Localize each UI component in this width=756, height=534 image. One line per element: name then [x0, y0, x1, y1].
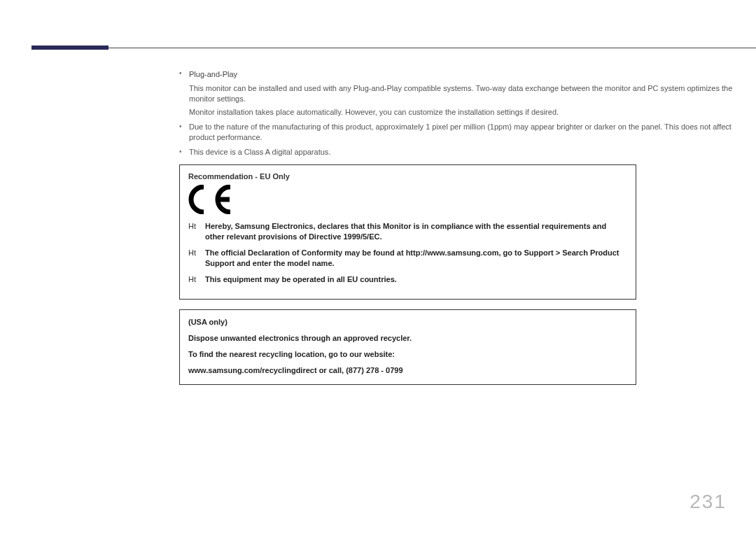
bullet-paragraph: Monitor installation takes place automat…	[189, 107, 756, 118]
svg-rect-0	[218, 197, 230, 202]
page-number: 231	[690, 491, 727, 513]
page-content: Plug-and-Play This monitor can be instal…	[179, 69, 756, 385]
list-marker: Ht	[188, 221, 205, 242]
list-text: The official Declaration of Conformity m…	[205, 248, 627, 269]
bullet-paragraph: This monitor can be installed and used w…	[189, 83, 756, 104]
list-item: Ht Hereby, Samsung Electronics, declares…	[188, 221, 627, 242]
usa-recycling-box: (USA only) Dispose unwanted electronics …	[179, 309, 636, 385]
usa-box-line: Dispose unwanted electronics through an …	[188, 333, 627, 344]
ce-mark-icon	[188, 185, 627, 214]
usa-box-line: To find the nearest recycling location, …	[188, 349, 627, 360]
eu-recommendation-box: Recommendation - EU Only Ht Hereby, Sams…	[179, 164, 636, 300]
eu-statement-list: Ht Hereby, Samsung Electronics, declares…	[188, 221, 627, 285]
bullet-title: Plug-and-Play	[189, 69, 756, 80]
header-accent-bar	[31, 45, 108, 50]
usa-box-line: (USA only)	[188, 317, 627, 328]
list-text: This equipment may be operated in all EU…	[205, 274, 627, 285]
list-item: Ht This equipment may be operated in all…	[188, 274, 627, 285]
eu-box-title: Recommendation - EU Only	[188, 172, 627, 181]
list-item: Plug-and-Play This monitor can be instal…	[179, 69, 756, 118]
bullet-list: Plug-and-Play This monitor can be instal…	[179, 69, 756, 157]
usa-box-line: www.samsung.com/recyclingdirect or call,…	[188, 365, 627, 376]
bullet-paragraph: This device is a Class A digital apparat…	[189, 147, 756, 157]
list-marker: Ht	[188, 248, 205, 269]
list-item: Ht The official Declaration of Conformit…	[188, 248, 627, 269]
list-marker: Ht	[188, 274, 205, 285]
header-rule	[31, 48, 756, 48]
list-item: This device is a Class A digital apparat…	[179, 147, 756, 157]
list-text: Hereby, Samsung Electronics, declares th…	[205, 221, 627, 242]
bullet-paragraph: Due to the nature of the manufacturing o…	[189, 122, 756, 143]
list-item: Due to the nature of the manufacturing o…	[179, 122, 756, 143]
